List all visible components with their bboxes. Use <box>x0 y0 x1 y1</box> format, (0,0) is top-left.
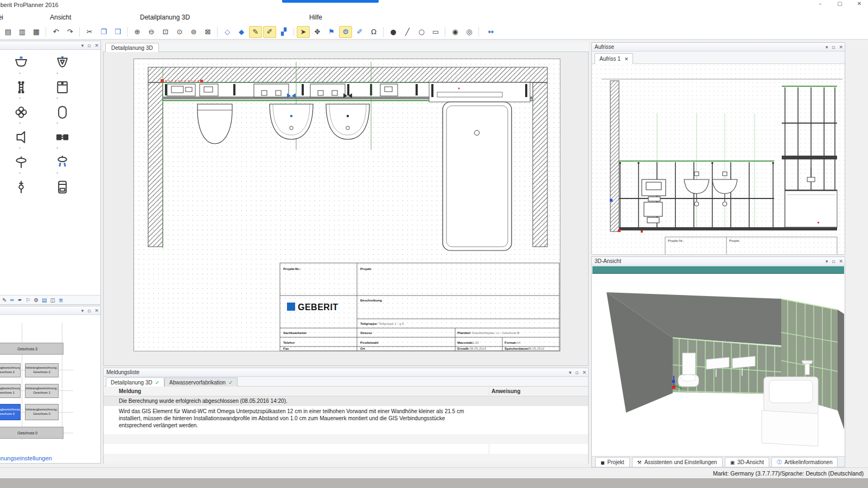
catalog-item-washbasin[interactable] <box>4 53 38 72</box>
zoom-extents-icon[interactable]: ⊠ <box>201 26 214 38</box>
panel-pin-icon[interactable]: ▫ <box>87 42 91 49</box>
zoom-previous-icon[interactable]: ⊙ <box>173 26 186 38</box>
print-icon[interactable]: ▥ <box>16 26 29 38</box>
zoom-window-icon[interactable]: ⊡ <box>159 26 172 38</box>
panel-menu-icon[interactable]: ▾ <box>81 42 84 49</box>
undo-icon[interactable]: ↶ <box>49 26 62 38</box>
sphere-light-icon[interactable]: ◎ <box>463 26 476 38</box>
redo-icon[interactable]: ↷ <box>63 26 76 38</box>
panel-close-icon[interactable]: ✕ <box>582 369 586 376</box>
cut-icon[interactable]: ✂ <box>83 26 96 38</box>
catalog-item-bathtub[interactable] <box>46 103 79 121</box>
catalog-item-washing-machine[interactable] <box>46 78 79 97</box>
list-tool-icon[interactable]: ▤ <box>42 297 47 303</box>
floor-bar-bottom[interactable]: Geschoss 0 <box>0 427 63 439</box>
catalog-item-corner-fixture[interactable] <box>4 128 38 146</box>
panel-pin-icon[interactable]: ▫ <box>832 43 835 51</box>
berechnungseinstellungen-link[interactable]: Berechnungseinstellungen <box>0 455 52 461</box>
settings-search-icon[interactable]: ⚙ <box>339 26 352 38</box>
weld-point-icon[interactable]: ● <box>387 26 400 38</box>
panel-menu-icon[interactable]: ▾ <box>826 258 828 265</box>
menu-detailplanung-3d[interactable]: Detailplanung 3D <box>140 14 190 21</box>
panel-pin-icon[interactable]: ▫ <box>87 307 91 314</box>
3d-view-toolbar[interactable] <box>592 266 844 274</box>
settings-tool-icon[interactable]: ⚙ <box>34 297 39 303</box>
label-tool-icon[interactable]: ✏ <box>10 297 14 303</box>
drawing-canvas[interactable]: GEBERIT Projekt-Nr.: Projekt Beschreibun… <box>103 52 589 366</box>
catalog-item-pipe-coupling[interactable] <box>46 128 79 146</box>
panel-close-icon[interactable]: ✕ <box>839 43 843 51</box>
tab-assistenten-und-einstellungen[interactable]: ⚒ Assistenten und Einstellungen <box>632 457 723 467</box>
catalog-item-valve[interactable] <box>4 153 38 171</box>
catalog-item-stop-valve[interactable] <box>4 178 38 196</box>
tab-artikelinformationen[interactable]: ⓘ Artikelinformationen <box>771 457 838 467</box>
edit-tool-icon[interactable]: ✎ <box>2 297 7 303</box>
tab-close-icon[interactable]: ✕ <box>624 56 629 62</box>
measure-icon[interactable]: ✐ <box>353 26 366 38</box>
strand-cell[interactable]: Teilstrangbezeichnung 1Geschoss 2 <box>0 363 21 377</box>
message-row[interactable]: Die Berechnung wurde erfolgreich abgesch… <box>104 396 588 406</box>
tab-3d-ansicht[interactable]: ▣ 3D-Ansicht <box>725 457 769 467</box>
strand-cell[interactable]: Teilstrangbezeichnung 1Geschoss 2 <box>25 363 59 377</box>
save-icon[interactable]: ▤ <box>2 26 15 38</box>
svg-text:Speicherdatum:: Speicherdatum: <box>505 347 529 350</box>
panel-close-icon[interactable]: ✕ <box>839 258 843 265</box>
panel-menu-icon[interactable]: ▾ <box>826 43 828 51</box>
zoom-all-icon[interactable]: ⊚ <box>187 26 200 38</box>
snap-object-icon[interactable]: ◆ <box>235 26 248 38</box>
edit-element-icon[interactable]: ✐ <box>263 26 276 38</box>
menu-ansicht[interactable]: Ansicht <box>50 14 71 21</box>
pipe-tool-icon[interactable]: ▞ <box>277 26 290 38</box>
panel-menu-icon[interactable]: ▾ <box>81 307 84 314</box>
elevation-view[interactable]: Projekt-Nr.: Projekt <box>592 65 845 254</box>
edit-profile-icon[interactable]: ✎ <box>249 26 262 38</box>
catalog-item-fan[interactable] <box>4 103 38 121</box>
pen-tool-icon[interactable]: ✒ <box>18 297 22 303</box>
report-icon[interactable]: ▦ <box>30 26 43 38</box>
catalog-item-radiator[interactable] <box>4 78 38 97</box>
menu-hilfe[interactable]: Hilfe <box>309 14 322 21</box>
panel-close-icon[interactable]: ✕ <box>94 307 99 314</box>
message-row[interactable]: Wird das GIS Element für Wand-WC mit Ome… <box>104 406 588 434</box>
panel-pin-icon[interactable]: ▫ <box>575 369 578 376</box>
catalog-item-urinal[interactable] <box>46 53 79 72</box>
copy-icon[interactable]: ❐ <box>97 26 110 38</box>
panel-tool-icon[interactable]: ◫ <box>50 297 55 303</box>
flag-tool-icon[interactable]: ⚐ <box>25 297 30 303</box>
menu-datei[interactable]: Datei <box>0 14 3 21</box>
strand-cell-selected[interactable]: Teilstrangbezeichnung 1Geschoss 0 <box>0 404 21 420</box>
zoom-out-icon[interactable]: ⊖ <box>145 26 158 38</box>
select-flag-icon[interactable]: ⚑ <box>325 26 338 38</box>
layers-tool-icon[interactable]: ≣ <box>59 297 63 303</box>
strand-cell[interactable]: Teilstrangbezeichnung 1Geschoss 0 <box>25 404 59 420</box>
dimension-icon[interactable]: ↔ <box>482 26 500 38</box>
catalog-item-shower[interactable] <box>46 153 79 171</box>
move-icon[interactable]: ✥ <box>311 26 324 38</box>
maximize-button[interactable]: ▢ <box>835 1 844 7</box>
tab-detailplanung-3d[interactable]: Detailplanung 3D <box>105 43 159 52</box>
ellipse-tool-icon[interactable]: ○ <box>415 26 428 38</box>
minimize-button[interactable]: – <box>816 1 825 7</box>
catalog-item-boiler[interactable] <box>46 178 79 196</box>
select-cursor-icon[interactable]: ➤ <box>297 26 310 38</box>
rect-tool-icon[interactable]: ▭ <box>429 26 442 38</box>
paste-icon[interactable]: ❒ <box>111 26 124 38</box>
3d-viewport[interactable] <box>592 274 844 457</box>
line-tool-icon[interactable]: ╱ <box>401 26 414 38</box>
floor-bar-top[interactable]: Geschoss 3 <box>0 343 63 355</box>
tab-detailplanung-3d-messages[interactable]: Detailplanung 3D ✓ <box>106 377 164 387</box>
strand-cell[interactable]: Teilstrangbezeichnung 1Geschoss 1 <box>25 384 59 398</box>
floor-plan-sheet[interactable]: GEBERIT Projekt-Nr.: Projekt Beschreibun… <box>133 59 560 351</box>
snap-point-icon[interactable]: ◇ <box>221 26 234 38</box>
zoom-in-icon[interactable]: ⊕ <box>131 26 144 38</box>
sphere-dark-icon[interactable]: ◉ <box>449 26 462 38</box>
tab-aufriss-1[interactable]: Aufriss 1 ✕ <box>595 53 633 64</box>
tab-abwasservorfabrikation[interactable]: Abwasservorfabrikation ✓ <box>164 377 238 387</box>
panel-menu-icon[interactable]: ▾ <box>569 369 572 376</box>
panel-close-icon[interactable]: ✕ <box>94 42 99 49</box>
lock-icon[interactable]: Ω <box>367 26 380 38</box>
strand-cell[interactable]: Teilstrangbezeichnung 1Geschoss 1 <box>0 384 21 398</box>
tab-projekt[interactable]: ◼ Projekt <box>595 457 630 467</box>
panel-pin-icon[interactable]: ▫ <box>832 258 835 265</box>
close-button[interactable]: ✕ <box>855 1 864 7</box>
